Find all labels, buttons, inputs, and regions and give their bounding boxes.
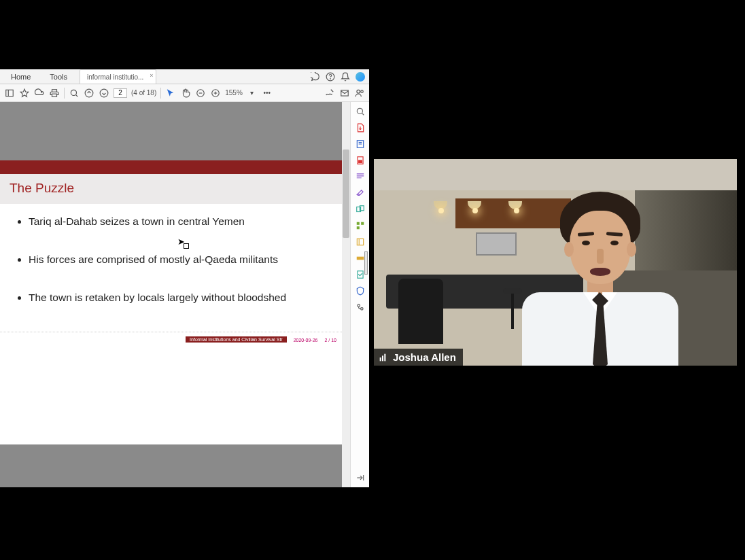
hand-tool-icon[interactable] bbox=[180, 88, 191, 99]
bullet-item: His forces are comprised of mostly al-Qa… bbox=[29, 253, 326, 266]
tab-tools[interactable]: Tools bbox=[43, 69, 74, 84]
svg-line-8 bbox=[75, 94, 77, 97]
svg-point-1 bbox=[330, 78, 331, 79]
tool-search-icon[interactable] bbox=[355, 106, 366, 117]
svg-rect-5 bbox=[52, 89, 57, 92]
more-tools-icon[interactable]: ••• bbox=[262, 88, 273, 99]
page-down-icon[interactable] bbox=[99, 88, 109, 99]
svg-point-9 bbox=[85, 89, 93, 97]
star-icon[interactable] bbox=[19, 88, 30, 99]
slide-title: The Puzzle bbox=[10, 181, 74, 195]
svg-rect-38 bbox=[382, 355, 383, 361]
svg-rect-31 bbox=[356, 257, 364, 260]
video-participant-tile[interactable]: Joshua Allen bbox=[374, 159, 737, 366]
tool-protect-icon[interactable] bbox=[355, 285, 366, 296]
page-total-label: (4 of 18) bbox=[131, 89, 156, 97]
sidebar-toggle-icon[interactable] bbox=[4, 88, 15, 99]
tool-fill-sign-icon[interactable] bbox=[355, 188, 366, 198]
search-icon[interactable] bbox=[69, 88, 80, 99]
panel-collapse-icon[interactable] bbox=[355, 472, 366, 483]
slide-bullets: Tariq al-Dahab seizes a town in central … bbox=[16, 215, 326, 304]
svg-rect-24 bbox=[358, 160, 362, 163]
svg-point-18 bbox=[357, 90, 360, 93]
pdf-reader-window: Home Tools informal institutio... × (4 o… bbox=[0, 69, 369, 487]
help-icon[interactable] bbox=[326, 72, 335, 82]
tool-combine-icon[interactable] bbox=[355, 204, 366, 215]
slide-header-bar bbox=[0, 160, 342, 174]
tool-more-icon[interactable] bbox=[355, 302, 366, 313]
zoom-out-icon[interactable] bbox=[195, 88, 206, 99]
zoom-value-label: 155% bbox=[225, 89, 243, 97]
participant-name-label: Joshua Allen bbox=[393, 351, 456, 363]
tab-document[interactable]: informal institutio... × bbox=[80, 69, 156, 84]
chat-icon[interactable] bbox=[311, 72, 320, 82]
print-icon[interactable] bbox=[49, 88, 60, 99]
tool-create-pdf-icon[interactable] bbox=[355, 155, 366, 166]
participant-name-tag: Joshua Allen bbox=[374, 349, 463, 366]
svg-line-16 bbox=[331, 89, 334, 92]
tab-home[interactable]: Home bbox=[4, 69, 37, 84]
video-person bbox=[507, 190, 684, 366]
select-tool-icon[interactable] bbox=[165, 88, 176, 99]
svg-rect-37 bbox=[380, 357, 381, 361]
svg-point-33 bbox=[357, 304, 360, 307]
svg-rect-2 bbox=[6, 90, 14, 96]
sign-icon[interactable] bbox=[324, 88, 335, 99]
svg-point-34 bbox=[360, 308, 363, 311]
zoom-in-icon[interactable] bbox=[210, 88, 221, 99]
slide-footer-page: 2 / 10 bbox=[324, 338, 336, 343]
svg-rect-27 bbox=[356, 222, 359, 225]
page-number-input[interactable] bbox=[114, 88, 127, 98]
app-tabbar: Home Tools informal institutio... × bbox=[0, 69, 369, 84]
svg-rect-39 bbox=[384, 353, 385, 361]
zoom-dropdown-icon[interactable]: ▾ bbox=[247, 88, 258, 99]
svg-point-19 bbox=[361, 90, 364, 92]
slide-footer-date: 2020-09-26 bbox=[294, 338, 318, 343]
share-user-icon[interactable] bbox=[354, 88, 365, 99]
pdf-toolbar: (4 of 18) 155% ▾ ••• bbox=[0, 84, 369, 102]
bell-icon[interactable] bbox=[341, 72, 350, 82]
tab-document-label: informal institutio... bbox=[87, 73, 143, 81]
slide: The Puzzle Tariq al-Dahab seizes a town … bbox=[0, 160, 342, 444]
cloud-icon[interactable] bbox=[34, 88, 45, 99]
scrollbar-thumb[interactable] bbox=[343, 150, 349, 238]
pane-divider-handle[interactable] bbox=[364, 251, 368, 275]
svg-point-7 bbox=[71, 90, 76, 95]
svg-rect-6 bbox=[52, 94, 57, 97]
svg-point-10 bbox=[100, 89, 108, 97]
slide-footer-title: Informal Institutions and Civilian Survi… bbox=[186, 336, 287, 343]
tool-comment-icon[interactable] bbox=[355, 171, 366, 182]
audio-level-icon bbox=[378, 352, 389, 363]
bullet-item: Tariq al-Dahab seizes a town in central … bbox=[29, 215, 326, 228]
scrollbar-track[interactable] bbox=[342, 102, 350, 487]
svg-point-20 bbox=[357, 108, 362, 113]
tool-export-pdf-icon[interactable] bbox=[355, 122, 366, 133]
right-tool-rail bbox=[350, 102, 369, 487]
tool-organize-icon[interactable] bbox=[355, 220, 366, 231]
svg-marker-4 bbox=[20, 89, 29, 97]
close-icon[interactable]: × bbox=[150, 72, 153, 79]
svg-rect-28 bbox=[361, 222, 364, 225]
tool-compress-icon[interactable] bbox=[355, 237, 366, 247]
document-viewport[interactable]: The Puzzle Tariq al-Dahab seizes a town … bbox=[0, 102, 350, 487]
svg-rect-29 bbox=[356, 226, 359, 229]
tool-edit-pdf-icon[interactable] bbox=[355, 139, 366, 150]
svg-line-21 bbox=[362, 113, 364, 115]
page-up-icon[interactable] bbox=[84, 88, 94, 99]
slide-footer: Informal Institutions and Civilian Survi… bbox=[0, 332, 342, 344]
bullet-item: The town is retaken by locals largely wi… bbox=[29, 291, 326, 304]
account-avatar[interactable] bbox=[356, 72, 365, 82]
svg-rect-30 bbox=[357, 239, 363, 245]
mail-icon[interactable] bbox=[339, 88, 350, 99]
